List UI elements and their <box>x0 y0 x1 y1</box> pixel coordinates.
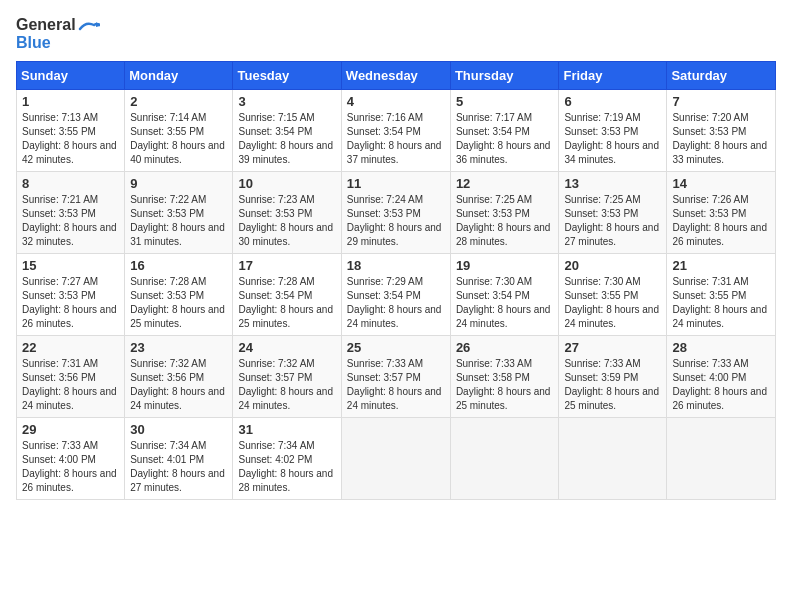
calendar-cell: 1 Sunrise: 7:13 AM Sunset: 3:55 PM Dayli… <box>17 90 125 172</box>
day-number: 25 <box>347 340 445 355</box>
day-info: Sunrise: 7:30 AM Sunset: 3:54 PM Dayligh… <box>456 275 554 331</box>
day-number: 5 <box>456 94 554 109</box>
calendar-cell: 19 Sunrise: 7:30 AM Sunset: 3:54 PM Dayl… <box>450 254 559 336</box>
day-number: 17 <box>238 258 335 273</box>
day-number: 28 <box>672 340 770 355</box>
logo-general: General <box>16 16 76 34</box>
calendar-cell <box>667 418 776 500</box>
calendar-week-4: 22 Sunrise: 7:31 AM Sunset: 3:56 PM Dayl… <box>17 336 776 418</box>
day-info: Sunrise: 7:22 AM Sunset: 3:53 PM Dayligh… <box>130 193 227 249</box>
day-number: 13 <box>564 176 661 191</box>
day-number: 9 <box>130 176 227 191</box>
weekday-header-friday: Friday <box>559 62 667 90</box>
weekday-header-tuesday: Tuesday <box>233 62 341 90</box>
day-info: Sunrise: 7:19 AM Sunset: 3:53 PM Dayligh… <box>564 111 661 167</box>
day-number: 18 <box>347 258 445 273</box>
calendar-cell: 6 Sunrise: 7:19 AM Sunset: 3:53 PM Dayli… <box>559 90 667 172</box>
calendar-cell: 23 Sunrise: 7:32 AM Sunset: 3:56 PM Dayl… <box>125 336 233 418</box>
calendar-cell: 2 Sunrise: 7:14 AM Sunset: 3:55 PM Dayli… <box>125 90 233 172</box>
calendar-cell: 10 Sunrise: 7:23 AM Sunset: 3:53 PM Dayl… <box>233 172 341 254</box>
logo-container: General Blue <box>16 16 100 51</box>
calendar-cell <box>450 418 559 500</box>
day-number: 24 <box>238 340 335 355</box>
calendar-cell <box>559 418 667 500</box>
calendar-week-2: 8 Sunrise: 7:21 AM Sunset: 3:53 PM Dayli… <box>17 172 776 254</box>
page-header: General Blue <box>16 16 776 51</box>
day-info: Sunrise: 7:15 AM Sunset: 3:54 PM Dayligh… <box>238 111 335 167</box>
day-info: Sunrise: 7:13 AM Sunset: 3:55 PM Dayligh… <box>22 111 119 167</box>
calendar-cell: 29 Sunrise: 7:33 AM Sunset: 4:00 PM Dayl… <box>17 418 125 500</box>
calendar-cell: 8 Sunrise: 7:21 AM Sunset: 3:53 PM Dayli… <box>17 172 125 254</box>
day-info: Sunrise: 7:28 AM Sunset: 3:54 PM Dayligh… <box>238 275 335 331</box>
day-info: Sunrise: 7:32 AM Sunset: 3:57 PM Dayligh… <box>238 357 335 413</box>
calendar-week-5: 29 Sunrise: 7:33 AM Sunset: 4:00 PM Dayl… <box>17 418 776 500</box>
calendar-cell: 14 Sunrise: 7:26 AM Sunset: 3:53 PM Dayl… <box>667 172 776 254</box>
calendar-cell: 26 Sunrise: 7:33 AM Sunset: 3:58 PM Dayl… <box>450 336 559 418</box>
calendar-cell <box>341 418 450 500</box>
logo: General Blue <box>16 16 100 51</box>
day-info: Sunrise: 7:33 AM Sunset: 3:58 PM Dayligh… <box>456 357 554 413</box>
calendar-cell: 30 Sunrise: 7:34 AM Sunset: 4:01 PM Dayl… <box>125 418 233 500</box>
day-info: Sunrise: 7:32 AM Sunset: 3:56 PM Dayligh… <box>130 357 227 413</box>
day-info: Sunrise: 7:21 AM Sunset: 3:53 PM Dayligh… <box>22 193 119 249</box>
calendar-cell: 7 Sunrise: 7:20 AM Sunset: 3:53 PM Dayli… <box>667 90 776 172</box>
day-info: Sunrise: 7:33 AM Sunset: 3:57 PM Dayligh… <box>347 357 445 413</box>
day-number: 12 <box>456 176 554 191</box>
calendar-cell: 15 Sunrise: 7:27 AM Sunset: 3:53 PM Dayl… <box>17 254 125 336</box>
day-number: 29 <box>22 422 119 437</box>
calendar-cell: 22 Sunrise: 7:31 AM Sunset: 3:56 PM Dayl… <box>17 336 125 418</box>
day-number: 21 <box>672 258 770 273</box>
day-info: Sunrise: 7:33 AM Sunset: 4:00 PM Dayligh… <box>22 439 119 495</box>
day-number: 4 <box>347 94 445 109</box>
day-number: 30 <box>130 422 227 437</box>
day-number: 15 <box>22 258 119 273</box>
day-info: Sunrise: 7:17 AM Sunset: 3:54 PM Dayligh… <box>456 111 554 167</box>
calendar-cell: 12 Sunrise: 7:25 AM Sunset: 3:53 PM Dayl… <box>450 172 559 254</box>
day-info: Sunrise: 7:29 AM Sunset: 3:54 PM Dayligh… <box>347 275 445 331</box>
calendar-cell: 20 Sunrise: 7:30 AM Sunset: 3:55 PM Dayl… <box>559 254 667 336</box>
day-number: 11 <box>347 176 445 191</box>
calendar-cell: 25 Sunrise: 7:33 AM Sunset: 3:57 PM Dayl… <box>341 336 450 418</box>
weekday-header-monday: Monday <box>125 62 233 90</box>
day-info: Sunrise: 7:28 AM Sunset: 3:53 PM Dayligh… <box>130 275 227 331</box>
logo-arrow-icon <box>78 17 100 33</box>
day-number: 20 <box>564 258 661 273</box>
day-number: 8 <box>22 176 119 191</box>
day-info: Sunrise: 7:34 AM Sunset: 4:02 PM Dayligh… <box>238 439 335 495</box>
day-info: Sunrise: 7:14 AM Sunset: 3:55 PM Dayligh… <box>130 111 227 167</box>
day-info: Sunrise: 7:30 AM Sunset: 3:55 PM Dayligh… <box>564 275 661 331</box>
day-info: Sunrise: 7:23 AM Sunset: 3:53 PM Dayligh… <box>238 193 335 249</box>
day-number: 2 <box>130 94 227 109</box>
weekday-header-wednesday: Wednesday <box>341 62 450 90</box>
calendar-table: SundayMondayTuesdayWednesdayThursdayFrid… <box>16 61 776 500</box>
day-info: Sunrise: 7:16 AM Sunset: 3:54 PM Dayligh… <box>347 111 445 167</box>
calendar-cell: 4 Sunrise: 7:16 AM Sunset: 3:54 PM Dayli… <box>341 90 450 172</box>
day-info: Sunrise: 7:33 AM Sunset: 3:59 PM Dayligh… <box>564 357 661 413</box>
day-info: Sunrise: 7:25 AM Sunset: 3:53 PM Dayligh… <box>456 193 554 249</box>
weekday-header-thursday: Thursday <box>450 62 559 90</box>
day-number: 27 <box>564 340 661 355</box>
day-number: 6 <box>564 94 661 109</box>
weekday-header-row: SundayMondayTuesdayWednesdayThursdayFrid… <box>17 62 776 90</box>
day-info: Sunrise: 7:24 AM Sunset: 3:53 PM Dayligh… <box>347 193 445 249</box>
calendar-week-1: 1 Sunrise: 7:13 AM Sunset: 3:55 PM Dayli… <box>17 90 776 172</box>
day-number: 10 <box>238 176 335 191</box>
day-info: Sunrise: 7:33 AM Sunset: 4:00 PM Dayligh… <box>672 357 770 413</box>
logo-blue: Blue <box>16 34 100 52</box>
calendar-cell: 11 Sunrise: 7:24 AM Sunset: 3:53 PM Dayl… <box>341 172 450 254</box>
calendar-cell: 3 Sunrise: 7:15 AM Sunset: 3:54 PM Dayli… <box>233 90 341 172</box>
calendar-cell: 28 Sunrise: 7:33 AM Sunset: 4:00 PM Dayl… <box>667 336 776 418</box>
day-number: 22 <box>22 340 119 355</box>
calendar-cell: 21 Sunrise: 7:31 AM Sunset: 3:55 PM Dayl… <box>667 254 776 336</box>
calendar-week-3: 15 Sunrise: 7:27 AM Sunset: 3:53 PM Dayl… <box>17 254 776 336</box>
day-number: 31 <box>238 422 335 437</box>
calendar-cell: 27 Sunrise: 7:33 AM Sunset: 3:59 PM Dayl… <box>559 336 667 418</box>
day-number: 7 <box>672 94 770 109</box>
day-number: 23 <box>130 340 227 355</box>
calendar-cell: 31 Sunrise: 7:34 AM Sunset: 4:02 PM Dayl… <box>233 418 341 500</box>
day-info: Sunrise: 7:20 AM Sunset: 3:53 PM Dayligh… <box>672 111 770 167</box>
calendar-cell: 18 Sunrise: 7:29 AM Sunset: 3:54 PM Dayl… <box>341 254 450 336</box>
calendar-cell: 16 Sunrise: 7:28 AM Sunset: 3:53 PM Dayl… <box>125 254 233 336</box>
day-number: 14 <box>672 176 770 191</box>
calendar-cell: 24 Sunrise: 7:32 AM Sunset: 3:57 PM Dayl… <box>233 336 341 418</box>
